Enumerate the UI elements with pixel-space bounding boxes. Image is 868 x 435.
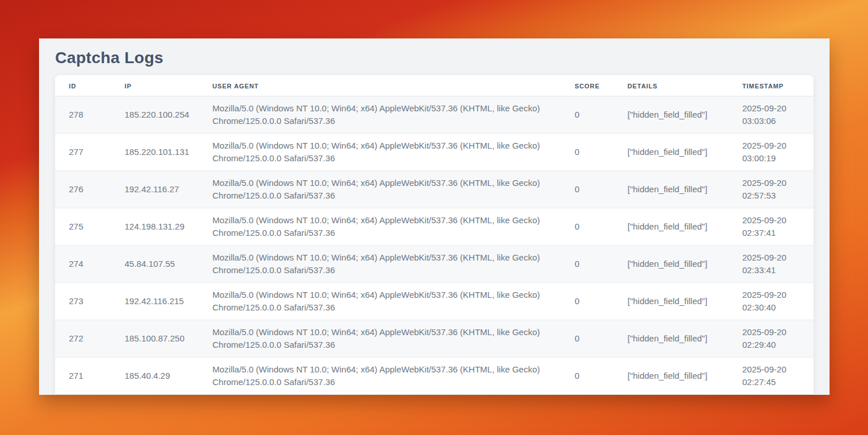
table-row: 275124.198.131.29Mozilla/5.0 (Windows NT… [55, 208, 813, 246]
cell-id: 275 [55, 208, 111, 246]
cell-ip: 185.40.4.29 [111, 358, 199, 395]
cell-details: ["hidden_field_filled"] [614, 96, 728, 134]
cell-id: 274 [55, 246, 111, 283]
cell-details: ["hidden_field_filled"] [614, 320, 728, 358]
cell-score: 0 [561, 171, 614, 208]
cell-id: 277 [55, 134, 111, 171]
cell-timestamp: 2025-09-20 02:29:40 [728, 320, 813, 358]
cell-details: ["hidden_field_filled"] [614, 283, 728, 320]
cell-score: 0 [561, 283, 614, 320]
cell-details: ["hidden_field_filled"] [614, 134, 728, 171]
cell-user_agent: Mozilla/5.0 (Windows NT 10.0; Win64; x64… [199, 134, 561, 171]
cell-user_agent: Mozilla/5.0 (Windows NT 10.0; Win64; x64… [199, 320, 561, 358]
table-row: 277185.220.101.131Mozilla/5.0 (Windows N… [55, 134, 813, 171]
cell-timestamp: 2025-09-20 02:37:41 [728, 208, 813, 246]
cell-ip: 124.198.131.29 [111, 208, 199, 246]
cell-score: 0 [561, 96, 614, 134]
cell-details: ["hidden_field_filled"] [614, 171, 728, 208]
table-header-row: IDIPUSER AGENTSCOREDETAILSTIMESTAMP [55, 75, 813, 96]
cell-user_agent: Mozilla/5.0 (Windows NT 10.0; Win64; x64… [199, 246, 561, 283]
column-header-details: DETAILS [614, 75, 728, 96]
captcha-logs-card: Captcha Logs IDIPUSER AGENTSCOREDETAILST… [39, 38, 830, 395]
cell-timestamp: 2025-09-20 02:33:41 [728, 246, 813, 283]
cell-ip: 185.220.100.254 [111, 96, 199, 134]
cell-user_agent: Mozilla/5.0 (Windows NT 10.0; Win64; x64… [199, 208, 561, 246]
cell-id: 272 [55, 320, 111, 358]
cell-id: 271 [55, 358, 111, 395]
cell-user_agent: Mozilla/5.0 (Windows NT 10.0; Win64; x64… [199, 358, 561, 395]
page-title: Captcha Logs [39, 38, 830, 75]
column-header-timestamp: TIMESTAMP [728, 75, 813, 96]
cell-score: 0 [561, 320, 614, 358]
table-row: 27445.84.107.55Mozilla/5.0 (Windows NT 1… [55, 246, 813, 283]
column-header-id: ID [55, 75, 111, 96]
cell-user_agent: Mozilla/5.0 (Windows NT 10.0; Win64; x64… [199, 171, 561, 208]
cell-details: ["hidden_field_filled"] [614, 246, 728, 283]
table-row: 278185.220.100.254Mozilla/5.0 (Windows N… [55, 96, 813, 134]
cell-timestamp: 2025-09-20 02:27:45 [728, 358, 813, 395]
cell-timestamp: 2025-09-20 03:00:19 [728, 134, 813, 171]
cell-timestamp: 2025-09-20 03:03:06 [728, 96, 813, 134]
cell-user_agent: Mozilla/5.0 (Windows NT 10.0; Win64; x64… [199, 96, 561, 134]
cell-ip: 192.42.116.27 [111, 171, 199, 208]
table-row: 271185.40.4.29Mozilla/5.0 (Windows NT 10… [55, 358, 813, 395]
logs-table-container: IDIPUSER AGENTSCOREDETAILSTIMESTAMP 2781… [55, 75, 813, 394]
cell-score: 0 [561, 358, 614, 395]
table-row: 273192.42.116.215Mozilla/5.0 (Windows NT… [55, 283, 813, 320]
table-body: 278185.220.100.254Mozilla/5.0 (Windows N… [55, 96, 813, 395]
table-header: IDIPUSER AGENTSCOREDETAILSTIMESTAMP [55, 75, 813, 96]
cell-score: 0 [561, 246, 614, 283]
cell-score: 0 [561, 208, 614, 246]
cell-ip: 185.100.87.250 [111, 320, 199, 358]
cell-score: 0 [561, 134, 614, 171]
column-header-user_agent: USER AGENT [199, 75, 561, 96]
cell-timestamp: 2025-09-20 02:57:53 [728, 171, 813, 208]
cell-details: ["hidden_field_filled"] [614, 208, 728, 246]
table-row: 276192.42.116.27Mozilla/5.0 (Windows NT … [55, 171, 813, 208]
cell-timestamp: 2025-09-20 02:30:40 [728, 283, 813, 320]
cell-id: 273 [55, 283, 111, 320]
cell-ip: 45.84.107.55 [111, 246, 199, 283]
column-header-ip: IP [111, 75, 199, 96]
table-row: 272185.100.87.250Mozilla/5.0 (Windows NT… [55, 320, 813, 358]
captcha-logs-table: IDIPUSER AGENTSCOREDETAILSTIMESTAMP 2781… [55, 75, 813, 394]
cell-ip: 185.220.101.131 [111, 134, 199, 171]
cell-user_agent: Mozilla/5.0 (Windows NT 10.0; Win64; x64… [199, 283, 561, 320]
column-header-score: SCORE [561, 75, 614, 96]
cell-id: 278 [55, 96, 111, 134]
cell-id: 276 [55, 171, 111, 208]
cell-ip: 192.42.116.215 [111, 283, 199, 320]
cell-details: ["hidden_field_filled"] [614, 358, 728, 395]
